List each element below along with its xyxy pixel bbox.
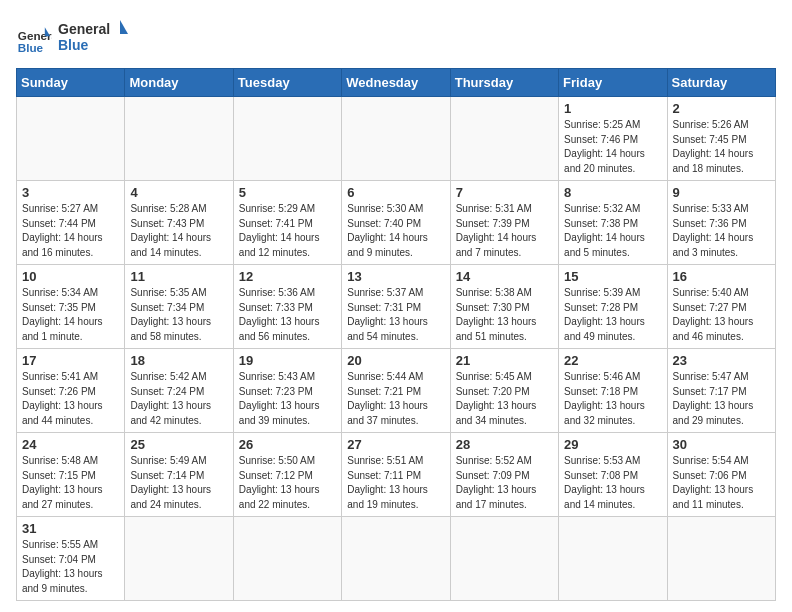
calendar-cell <box>667 517 775 601</box>
day-number: 2 <box>673 101 770 116</box>
day-info: Sunrise: 5:25 AM Sunset: 7:46 PM Dayligh… <box>564 118 661 176</box>
calendar-cell: 15Sunrise: 5:39 AM Sunset: 7:28 PM Dayli… <box>559 265 667 349</box>
day-info: Sunrise: 5:34 AM Sunset: 7:35 PM Dayligh… <box>22 286 119 344</box>
calendar-cell: 23Sunrise: 5:47 AM Sunset: 7:17 PM Dayli… <box>667 349 775 433</box>
day-number: 10 <box>22 269 119 284</box>
day-number: 4 <box>130 185 227 200</box>
weekday-header-monday: Monday <box>125 69 233 97</box>
day-number: 19 <box>239 353 336 368</box>
day-info: Sunrise: 5:50 AM Sunset: 7:12 PM Dayligh… <box>239 454 336 512</box>
calendar-cell: 9Sunrise: 5:33 AM Sunset: 7:36 PM Daylig… <box>667 181 775 265</box>
svg-text:Blue: Blue <box>58 37 89 53</box>
day-number: 1 <box>564 101 661 116</box>
calendar-cell: 16Sunrise: 5:40 AM Sunset: 7:27 PM Dayli… <box>667 265 775 349</box>
day-info: Sunrise: 5:47 AM Sunset: 7:17 PM Dayligh… <box>673 370 770 428</box>
calendar-cell <box>559 517 667 601</box>
weekday-header-wednesday: Wednesday <box>342 69 450 97</box>
day-number: 27 <box>347 437 444 452</box>
calendar-week-5: 31Sunrise: 5:55 AM Sunset: 7:04 PM Dayli… <box>17 517 776 601</box>
day-number: 30 <box>673 437 770 452</box>
day-info: Sunrise: 5:49 AM Sunset: 7:14 PM Dayligh… <box>130 454 227 512</box>
day-info: Sunrise: 5:43 AM Sunset: 7:23 PM Dayligh… <box>239 370 336 428</box>
day-info: Sunrise: 5:46 AM Sunset: 7:18 PM Dayligh… <box>564 370 661 428</box>
day-info: Sunrise: 5:55 AM Sunset: 7:04 PM Dayligh… <box>22 538 119 596</box>
day-number: 31 <box>22 521 119 536</box>
calendar-week-1: 3Sunrise: 5:27 AM Sunset: 7:44 PM Daylig… <box>17 181 776 265</box>
day-info: Sunrise: 5:36 AM Sunset: 7:33 PM Dayligh… <box>239 286 336 344</box>
day-number: 6 <box>347 185 444 200</box>
day-info: Sunrise: 5:40 AM Sunset: 7:27 PM Dayligh… <box>673 286 770 344</box>
day-number: 7 <box>456 185 553 200</box>
day-number: 21 <box>456 353 553 368</box>
calendar-cell: 22Sunrise: 5:46 AM Sunset: 7:18 PM Dayli… <box>559 349 667 433</box>
weekday-header-row: SundayMondayTuesdayWednesdayThursdayFrid… <box>17 69 776 97</box>
svg-marker-5 <box>120 20 128 34</box>
calendar-cell: 20Sunrise: 5:44 AM Sunset: 7:21 PM Dayli… <box>342 349 450 433</box>
day-info: Sunrise: 5:39 AM Sunset: 7:28 PM Dayligh… <box>564 286 661 344</box>
day-info: Sunrise: 5:33 AM Sunset: 7:36 PM Dayligh… <box>673 202 770 260</box>
calendar-cell: 3Sunrise: 5:27 AM Sunset: 7:44 PM Daylig… <box>17 181 125 265</box>
day-info: Sunrise: 5:37 AM Sunset: 7:31 PM Dayligh… <box>347 286 444 344</box>
calendar-cell <box>125 97 233 181</box>
calendar-cell: 5Sunrise: 5:29 AM Sunset: 7:41 PM Daylig… <box>233 181 341 265</box>
day-number: 22 <box>564 353 661 368</box>
calendar-cell: 8Sunrise: 5:32 AM Sunset: 7:38 PM Daylig… <box>559 181 667 265</box>
day-info: Sunrise: 5:48 AM Sunset: 7:15 PM Dayligh… <box>22 454 119 512</box>
calendar-cell: 18Sunrise: 5:42 AM Sunset: 7:24 PM Dayli… <box>125 349 233 433</box>
weekday-header-saturday: Saturday <box>667 69 775 97</box>
calendar-cell <box>450 97 558 181</box>
weekday-header-friday: Friday <box>559 69 667 97</box>
calendar-cell: 6Sunrise: 5:30 AM Sunset: 7:40 PM Daylig… <box>342 181 450 265</box>
calendar-cell: 13Sunrise: 5:37 AM Sunset: 7:31 PM Dayli… <box>342 265 450 349</box>
day-number: 9 <box>673 185 770 200</box>
calendar-cell: 4Sunrise: 5:28 AM Sunset: 7:43 PM Daylig… <box>125 181 233 265</box>
day-info: Sunrise: 5:26 AM Sunset: 7:45 PM Dayligh… <box>673 118 770 176</box>
calendar-cell: 24Sunrise: 5:48 AM Sunset: 7:15 PM Dayli… <box>17 433 125 517</box>
weekday-header-sunday: Sunday <box>17 69 125 97</box>
calendar-cell <box>342 517 450 601</box>
calendar-cell <box>125 517 233 601</box>
weekday-header-thursday: Thursday <box>450 69 558 97</box>
day-number: 24 <box>22 437 119 452</box>
calendar-cell: 14Sunrise: 5:38 AM Sunset: 7:30 PM Dayli… <box>450 265 558 349</box>
day-number: 5 <box>239 185 336 200</box>
calendar-header: SundayMondayTuesdayWednesdayThursdayFrid… <box>17 69 776 97</box>
day-number: 16 <box>673 269 770 284</box>
calendar-cell: 2Sunrise: 5:26 AM Sunset: 7:45 PM Daylig… <box>667 97 775 181</box>
calendar-cell: 27Sunrise: 5:51 AM Sunset: 7:11 PM Dayli… <box>342 433 450 517</box>
day-number: 13 <box>347 269 444 284</box>
day-info: Sunrise: 5:52 AM Sunset: 7:09 PM Dayligh… <box>456 454 553 512</box>
weekday-header-tuesday: Tuesday <box>233 69 341 97</box>
day-info: Sunrise: 5:28 AM Sunset: 7:43 PM Dayligh… <box>130 202 227 260</box>
calendar-cell: 1Sunrise: 5:25 AM Sunset: 7:46 PM Daylig… <box>559 97 667 181</box>
day-number: 28 <box>456 437 553 452</box>
day-info: Sunrise: 5:38 AM Sunset: 7:30 PM Dayligh… <box>456 286 553 344</box>
day-number: 29 <box>564 437 661 452</box>
calendar-cell <box>17 97 125 181</box>
calendar-cell: 17Sunrise: 5:41 AM Sunset: 7:26 PM Dayli… <box>17 349 125 433</box>
day-info: Sunrise: 5:35 AM Sunset: 7:34 PM Dayligh… <box>130 286 227 344</box>
day-info: Sunrise: 5:31 AM Sunset: 7:39 PM Dayligh… <box>456 202 553 260</box>
day-info: Sunrise: 5:32 AM Sunset: 7:38 PM Dayligh… <box>564 202 661 260</box>
day-number: 12 <box>239 269 336 284</box>
day-info: Sunrise: 5:54 AM Sunset: 7:06 PM Dayligh… <box>673 454 770 512</box>
calendar-week-0: 1Sunrise: 5:25 AM Sunset: 7:46 PM Daylig… <box>17 97 776 181</box>
calendar-cell: 7Sunrise: 5:31 AM Sunset: 7:39 PM Daylig… <box>450 181 558 265</box>
calendar-cell: 11Sunrise: 5:35 AM Sunset: 7:34 PM Dayli… <box>125 265 233 349</box>
day-number: 23 <box>673 353 770 368</box>
day-info: Sunrise: 5:44 AM Sunset: 7:21 PM Dayligh… <box>347 370 444 428</box>
day-number: 20 <box>347 353 444 368</box>
day-number: 14 <box>456 269 553 284</box>
calendar-cell: 19Sunrise: 5:43 AM Sunset: 7:23 PM Dayli… <box>233 349 341 433</box>
day-number: 11 <box>130 269 227 284</box>
day-info: Sunrise: 5:51 AM Sunset: 7:11 PM Dayligh… <box>347 454 444 512</box>
logo-svg: General Blue <box>58 16 128 56</box>
calendar-cell: 10Sunrise: 5:34 AM Sunset: 7:35 PM Dayli… <box>17 265 125 349</box>
day-number: 3 <box>22 185 119 200</box>
calendar-cell: 28Sunrise: 5:52 AM Sunset: 7:09 PM Dayli… <box>450 433 558 517</box>
calendar-cell <box>450 517 558 601</box>
day-info: Sunrise: 5:45 AM Sunset: 7:20 PM Dayligh… <box>456 370 553 428</box>
calendar-cell <box>233 97 341 181</box>
page-header: General Blue General Blue <box>16 16 776 60</box>
calendar-table: SundayMondayTuesdayWednesdayThursdayFrid… <box>16 68 776 601</box>
